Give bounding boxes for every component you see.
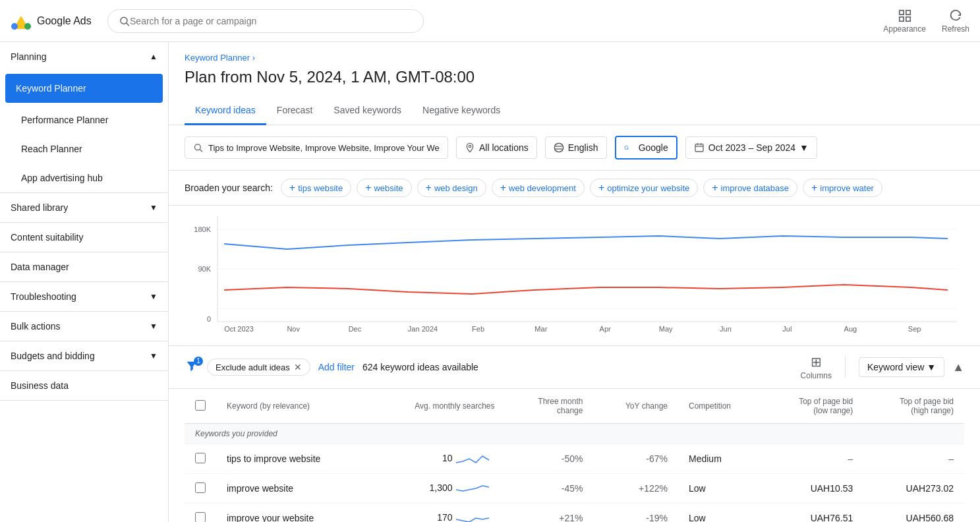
date-range-button[interactable]: Oct 2023 – Sep 2024 ▼ (685, 136, 817, 159)
svg-text:Jul: Jul (782, 325, 792, 333)
svg-text:G: G (624, 144, 629, 151)
tab-negative-keywords[interactable]: Negative keywords (412, 97, 511, 125)
sidebar-section-business-data: Business data (0, 371, 168, 401)
refresh-button[interactable]: Refresh (942, 9, 969, 34)
sidebar-item-budgets-and-bidding[interactable]: Budgets and bidding ▼ (0, 341, 168, 370)
sidebar-section-budgets-and-bidding: Budgets and bidding ▼ (0, 341, 168, 371)
row-checkbox[interactable] (195, 453, 206, 463)
language-icon (554, 142, 564, 153)
keyword-view-button[interactable]: Keyword view ▼ (859, 357, 944, 377)
keyword-search-input[interactable] (208, 143, 440, 153)
sidebar-item-business-data[interactable]: Business data (0, 371, 168, 400)
broaden-chip-optimize-your-website[interactable]: + optimize your website (590, 179, 698, 197)
row-checkbox-cell[interactable] (185, 444, 216, 474)
collapse-table-button[interactable]: ▲ (952, 361, 964, 374)
svg-rect-16 (695, 144, 703, 152)
tabs: Keyword ideas Forecast Saved keywords Ne… (169, 97, 980, 125)
row-checkbox[interactable] (195, 482, 206, 493)
row-checkbox[interactable] (195, 512, 206, 523)
svg-rect-7 (899, 16, 903, 20)
svg-point-11 (469, 145, 471, 147)
section-header-provided: Keywords you provided (185, 424, 964, 444)
row-checkbox-cell[interactable] (185, 504, 216, 523)
yoy-change-cell: -19% (593, 504, 678, 523)
bid-low-cell: UAH76.51 (763, 504, 864, 523)
three-month-cell: -50% (505, 444, 593, 474)
search-icon-2 (193, 142, 203, 153)
chart-container: 180K 90K 0 Oct 2023 Nov Dec Jan 2024 Feb… (185, 216, 964, 335)
sidebar-item-bulk-actions[interactable]: Bulk actions ▼ (0, 312, 168, 341)
svg-text:May: May (659, 325, 673, 333)
add-filter-button[interactable]: Add filter (318, 362, 355, 372)
sidebar-item-troubleshooting[interactable]: Troubleshooting ▼ (0, 282, 168, 311)
sidebar-item-data-manager[interactable]: Data manager (0, 252, 168, 281)
bid-high-cell: – (863, 444, 964, 474)
svg-point-9 (195, 144, 201, 150)
avg-monthly-cell: 170 (370, 504, 505, 523)
search-input[interactable] (130, 16, 413, 26)
broaden-chip-improve-water[interactable]: + improve water (803, 179, 882, 197)
select-all-header[interactable] (185, 389, 216, 424)
search-icon (119, 15, 130, 27)
calendar-icon (694, 142, 705, 153)
chevron-down-icon: ▼ (150, 203, 158, 212)
svg-rect-5 (899, 10, 903, 14)
svg-text:180K: 180K (194, 225, 211, 233)
sidebar-section-planning: Planning ▲ Keyword Planner Performance P… (0, 42, 168, 193)
select-all-checkbox[interactable] (195, 400, 206, 411)
yoy-change-cell: -67% (593, 444, 678, 474)
tab-saved-keywords[interactable]: Saved keywords (323, 97, 412, 125)
table-container: Keyword (by relevance) Avg. monthly sear… (169, 389, 980, 522)
breadcrumb[interactable]: Keyword Planner › (169, 42, 980, 63)
svg-text:Jan 2024: Jan 2024 (408, 325, 438, 333)
sidebar-section-content-suitability: Content suitability (0, 223, 168, 252)
sidebar-item-content-suitability[interactable]: Content suitability (0, 223, 168, 252)
svg-text:Apr: Apr (600, 325, 611, 333)
table-row: improve your website 170 +21% -19% Low U… (185, 504, 964, 523)
sidebar-item-shared-library[interactable]: Shared library ▼ (0, 193, 168, 222)
sidebar-item-keyword-planner[interactable]: Keyword Planner (5, 74, 163, 103)
network-filter-button[interactable]: G Google (615, 136, 677, 160)
row-checkbox-cell[interactable] (185, 474, 216, 504)
sidebar-section-data-manager: Data manager (0, 252, 168, 282)
bid-low-cell: UAH10.53 (763, 474, 864, 504)
table-row: tips to improve website 10 -50% -67% Med… (185, 444, 964, 474)
language-filter-button[interactable]: English (545, 136, 607, 159)
search-bar[interactable] (107, 9, 424, 33)
header-actions: Appearance Refresh (883, 9, 969, 34)
page-title: Plan from Nov 5, 2024, 1 AM, GMT-08:00 (169, 63, 980, 97)
logo: Google Ads (11, 11, 92, 32)
tab-forecast[interactable]: Forecast (266, 97, 323, 125)
trend-chart: 180K 90K 0 Oct 2023 Nov Dec Jan 2024 Feb… (185, 216, 964, 335)
search-keywords-input[interactable] (185, 136, 448, 159)
columns-button[interactable]: ⊞ Columns (801, 354, 832, 380)
columns-icon: ⊞ (811, 354, 822, 370)
tab-keyword-ideas[interactable]: Keyword ideas (185, 97, 266, 125)
filter-funnel-button[interactable]: 1 (185, 359, 199, 376)
exclude-adult-ideas-chip[interactable]: Exclude adult ideas ✕ (207, 359, 310, 376)
broaden-chip-web-design[interactable]: + web design (417, 179, 486, 197)
broaden-chip-web-development[interactable]: + web development (492, 179, 585, 197)
sidebar: Planning ▲ Keyword Planner Performance P… (0, 42, 169, 522)
sidebar-item-app-advertising-hub[interactable]: App advertising hub (0, 163, 168, 192)
svg-text:Dec: Dec (349, 325, 362, 333)
col-three-month-change: Three monthchange (505, 389, 593, 424)
competition-cell: Medium (678, 444, 763, 474)
competition-cell: Low (678, 474, 763, 504)
sparkline-icon (455, 480, 494, 496)
sidebar-item-reach-planner[interactable]: Reach Planner (0, 134, 168, 163)
sidebar-item-performance-planner[interactable]: Performance Planner (0, 105, 168, 134)
chart-area: 180K 90K 0 Oct 2023 Nov Dec Jan 2024 Feb… (169, 206, 980, 346)
remove-filter-button[interactable]: ✕ (294, 362, 302, 372)
col-avg-monthly: Avg. monthly searches (370, 389, 505, 424)
appearance-button[interactable]: Appearance (883, 9, 926, 34)
svg-text:Feb: Feb (472, 325, 484, 333)
sidebar-section-planning-toggle[interactable]: Planning ▲ (0, 42, 168, 71)
broaden-chip-tips-website[interactable]: + tips website (281, 179, 351, 197)
broaden-chip-improve-database[interactable]: + improve database (703, 179, 797, 197)
section-label: Keywords you provided (185, 424, 964, 444)
broaden-chip-website[interactable]: + website (357, 179, 411, 197)
table-row: improve website 1,300 -45% +122% Low UAH… (185, 474, 964, 504)
location-filter-button[interactable]: All locations (456, 136, 537, 159)
three-month-cell: +21% (505, 504, 593, 523)
